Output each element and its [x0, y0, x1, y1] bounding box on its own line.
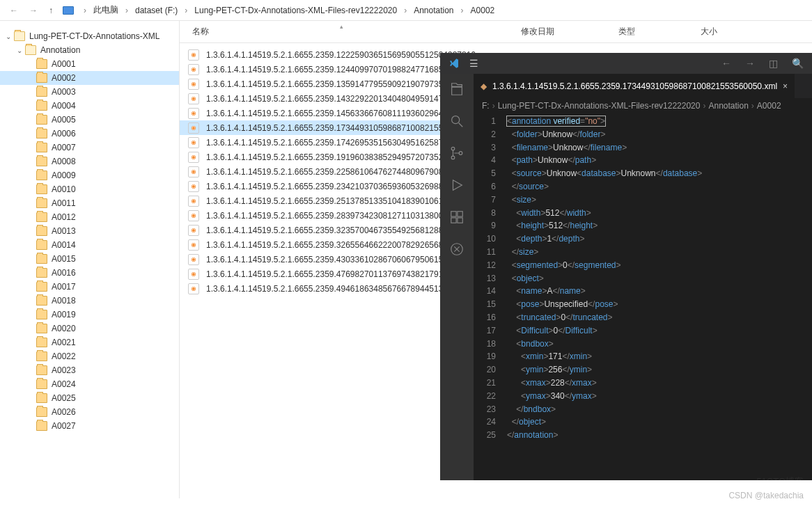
- breadcrumb-part[interactable]: dataset (F:): [134, 4, 179, 17]
- file-name: 1.3.6.1.4.1.14519.5.2.1.6655.2359.494618…: [206, 284, 476, 294]
- split-editor-icon[interactable]: ◫: [769, 58, 778, 69]
- folder-icon: [36, 268, 47, 278]
- tree-item[interactable]: A0007: [0, 141, 179, 155]
- tree-item[interactable]: A0004: [0, 99, 179, 113]
- explorer-icon[interactable]: [448, 81, 465, 97]
- bc-part[interactable]: Annotation: [708, 101, 748, 111]
- bc-part[interactable]: Lung-PET-CT-Dx-Annotations-XML-Files-rev…: [498, 101, 701, 111]
- nav-back-icon[interactable]: ←: [721, 58, 731, 69]
- forward-icon: →: [24, 6, 43, 15]
- folder-tree: ⌄ Lung-PET-CT-Dx-Annotations-XML ⌄ Annot…: [0, 21, 180, 498]
- folder-icon: [36, 115, 47, 125]
- tree-item[interactable]: A0010: [0, 182, 179, 196]
- folder-icon: [36, 101, 47, 111]
- xml-file-icon: [188, 152, 199, 163]
- tree-label: A0010: [52, 184, 76, 194]
- svg-point-0: [452, 116, 460, 124]
- column-name[interactable]: 名称: [180, 26, 521, 38]
- tree-label: Annotation: [40, 45, 80, 55]
- tree-item[interactable]: A0018: [0, 294, 179, 308]
- tree-item[interactable]: A0024: [0, 377, 179, 391]
- folder-icon: [36, 198, 47, 208]
- file-name: 1.3.6.1.4.1.14519.5.2.1.6655.2359.323570…: [206, 226, 476, 235]
- folder-icon: [36, 212, 47, 222]
- chevron-down-icon: ⌄: [3, 33, 14, 40]
- tree-item[interactable]: A0003: [0, 85, 179, 99]
- tree-label: A0015: [52, 254, 76, 264]
- folder-icon: [36, 379, 47, 389]
- vscode-logo-icon: [448, 58, 460, 69]
- code-editor[interactable]: 1234567891011121314151617181920212223242…: [474, 113, 812, 480]
- source-control-icon[interactable]: [448, 145, 465, 161]
- extensions-icon[interactable]: [448, 209, 465, 226]
- search-icon[interactable]: 🔍: [792, 58, 804, 69]
- tab-label: 1.3.6.1.4.1.14519.5.2.1.6655.2359.173449…: [492, 81, 777, 91]
- bc-part[interactable]: A0002: [757, 101, 781, 111]
- tree-item[interactable]: ⌄ Annotation: [0, 43, 179, 57]
- breadcrumb-part[interactable]: Annotation: [412, 4, 455, 17]
- breadcrumb-part[interactable]: A0002: [469, 4, 497, 17]
- tree-item[interactable]: A0021: [0, 335, 179, 349]
- tree-item[interactable]: A0012: [0, 210, 179, 224]
- close-icon[interactable]: ×: [783, 81, 788, 91]
- tree-item[interactable]: A0023: [0, 363, 179, 377]
- tree-item[interactable]: A0006: [0, 127, 179, 141]
- folder-icon: [36, 310, 47, 319]
- folder-icon: [25, 45, 36, 55]
- file-name: 1.3.6.1.4.1.14519.5.2.1.6655.2359.234210…: [206, 182, 476, 191]
- vscode-window: ☰ ← → ◫ 🔍 ◆ 1.3.6.1.4.1.14519.5.2.1.6655…: [440, 53, 812, 480]
- folder-icon: [36, 407, 47, 417]
- tree-item[interactable]: A0025: [0, 391, 179, 405]
- tree-item[interactable]: A0009: [0, 168, 179, 182]
- tree-item[interactable]: A0002: [0, 71, 179, 85]
- svg-rect-7: [458, 218, 462, 223]
- tree-item[interactable]: A0005: [0, 113, 179, 127]
- editor-tab[interactable]: ◆ 1.3.6.1.4.1.14519.5.2.1.6655.2359.1734…: [474, 74, 795, 98]
- tree-label: A0011: [52, 198, 76, 208]
- tree-item[interactable]: A0017: [0, 280, 179, 294]
- folder-icon: [14, 31, 25, 41]
- code-content[interactable]: <annotation verified="no"> <folder>Unkno…: [504, 113, 812, 480]
- nav-forward-icon[interactable]: →: [745, 58, 755, 69]
- column-size[interactable]: 大小: [701, 26, 756, 38]
- editor-breadcrumb[interactable]: F:› Lung-PET-CT-Dx-Annotations-XML-Files…: [474, 98, 812, 113]
- tree-label: A0018: [52, 296, 76, 306]
- chevron-down-icon: ⌄: [14, 47, 25, 54]
- column-type[interactable]: 类型: [618, 26, 701, 38]
- tree-item[interactable]: A0001: [0, 57, 179, 71]
- breadcrumb-part[interactable]: 此电脑: [92, 3, 120, 17]
- xml-file-icon: [188, 181, 199, 192]
- tree-item[interactable]: A0014: [0, 238, 179, 252]
- sort-indicator-icon: ▴: [340, 23, 343, 30]
- tree-item[interactable]: A0019: [0, 308, 179, 322]
- tree-label: A0009: [52, 171, 76, 180]
- bc-part[interactable]: F:: [482, 101, 490, 111]
- tree-item[interactable]: ⌄ Lung-PET-CT-Dx-Annotations-XML: [0, 29, 179, 43]
- file-name: 1.3.6.1.4.1.14519.5.2.1.6655.2359.251378…: [206, 196, 476, 206]
- file-name: 1.3.6.1.4.1.14519.5.2.1.6655.2359.143229…: [206, 94, 476, 104]
- tree-item[interactable]: A0013: [0, 224, 179, 238]
- tree-item[interactable]: A0020: [0, 322, 179, 335]
- tree-item[interactable]: A0011: [0, 196, 179, 210]
- testing-icon[interactable]: [448, 241, 465, 258]
- run-debug-icon[interactable]: [448, 177, 465, 193]
- folder-icon: [36, 282, 47, 292]
- tree-item[interactable]: A0015: [0, 252, 179, 266]
- xml-file-icon: [188, 225, 199, 236]
- chevron-right-icon: ›: [179, 6, 193, 15]
- tree-item[interactable]: A0027: [0, 419, 179, 433]
- folder-icon: [36, 324, 47, 333]
- xml-file-icon: [188, 166, 199, 177]
- search-icon[interactable]: [448, 113, 465, 129]
- file-name: 1.3.6.1.4.1.14519.5.2.1.6655.2359.283973…: [206, 211, 476, 221]
- tree-item[interactable]: A0016: [0, 266, 179, 280]
- tree-item[interactable]: A0008: [0, 155, 179, 168]
- tree-label: A0023: [52, 365, 76, 375]
- up-icon[interactable]: ↑: [43, 6, 58, 15]
- menu-icon[interactable]: ☰: [469, 58, 478, 69]
- tree-item[interactable]: A0026: [0, 405, 179, 419]
- column-modified[interactable]: 修改日期: [521, 26, 618, 38]
- tree-item[interactable]: A0022: [0, 349, 179, 363]
- tree-label: A0006: [52, 129, 76, 139]
- breadcrumb-part[interactable]: Lung-PET-CT-Dx-Annotations-XML-Files-rev…: [193, 4, 398, 17]
